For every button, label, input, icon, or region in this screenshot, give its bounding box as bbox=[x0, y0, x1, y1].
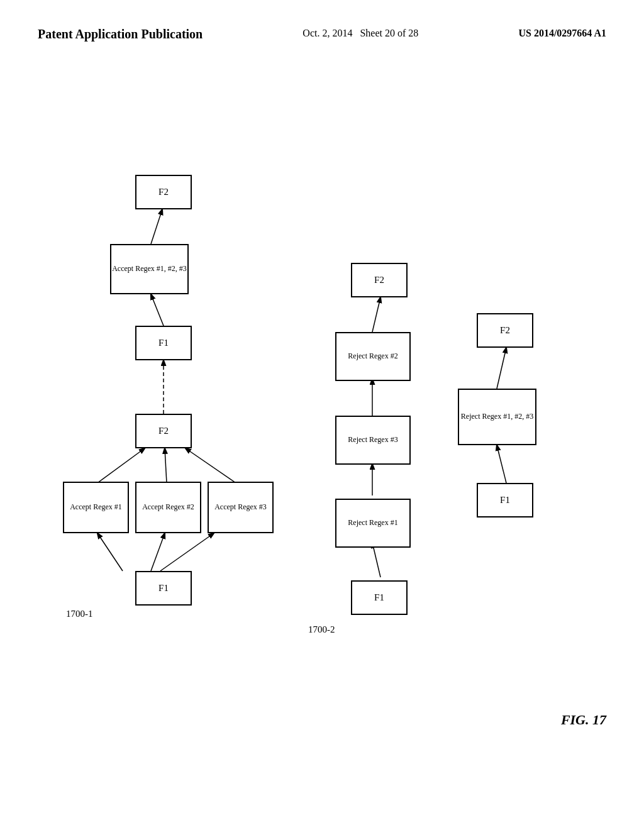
diagram1-label: 1700-1 bbox=[66, 609, 93, 619]
left-accept2: Accept Regex #2 bbox=[135, 482, 201, 533]
figure-label: FIG. 17 bbox=[561, 712, 606, 728]
left-f2-top: F2 bbox=[135, 175, 192, 209]
sheet-info: Sheet 20 of 28 bbox=[360, 28, 418, 38]
left-accept3: Accept Regex #3 bbox=[208, 482, 274, 533]
mid-reject1: Reject Regex #1 bbox=[335, 499, 411, 548]
mid-f2: F2 bbox=[351, 263, 408, 297]
mid-reject2: Reject Regex #2 bbox=[335, 332, 411, 381]
svg-line-4 bbox=[165, 448, 167, 483]
left-accept-all: Accept Regex #1, #2, #3 bbox=[110, 244, 189, 294]
right-f1: F1 bbox=[477, 483, 533, 517]
publication-date: Oct. 2, 2014 bbox=[303, 28, 352, 38]
mid-f1: F1 bbox=[351, 580, 408, 615]
left-accept1: Accept Regex #1 bbox=[63, 482, 129, 533]
page-header: Patent Application Publication Oct. 2, 2… bbox=[0, 0, 644, 55]
svg-line-9 bbox=[372, 543, 380, 577]
right-f2: F2 bbox=[477, 313, 533, 348]
diagram-area: F2 Accept Regex #1, #2, #3 F1 F2 Accept … bbox=[0, 55, 644, 778]
svg-line-2 bbox=[160, 533, 214, 571]
svg-line-7 bbox=[151, 294, 164, 326]
publication-number: US 2014/0297664 A1 bbox=[518, 25, 606, 39]
left-f2-mid: F2 bbox=[135, 414, 192, 448]
svg-line-12 bbox=[372, 297, 380, 332]
svg-line-1 bbox=[151, 533, 165, 571]
svg-line-8 bbox=[151, 209, 162, 244]
svg-line-0 bbox=[97, 533, 123, 571]
svg-line-13 bbox=[497, 445, 506, 483]
mid-reject3: Reject Regex #3 bbox=[335, 416, 411, 465]
diagram2-label: 1700-2 bbox=[308, 624, 335, 635]
svg-line-5 bbox=[186, 448, 236, 483]
left-f1-top: F1 bbox=[135, 326, 192, 360]
publication-date-sheet: Oct. 2, 2014 Sheet 20 of 28 bbox=[303, 25, 418, 39]
left-f1-bottom: F1 bbox=[135, 571, 192, 606]
right-reject-all: Reject Regex #1, #2, #3 bbox=[458, 389, 536, 445]
svg-line-3 bbox=[97, 448, 145, 483]
publication-title: Patent Application Publication bbox=[38, 25, 203, 43]
diagram-svg bbox=[0, 55, 644, 778]
svg-line-14 bbox=[497, 348, 506, 389]
